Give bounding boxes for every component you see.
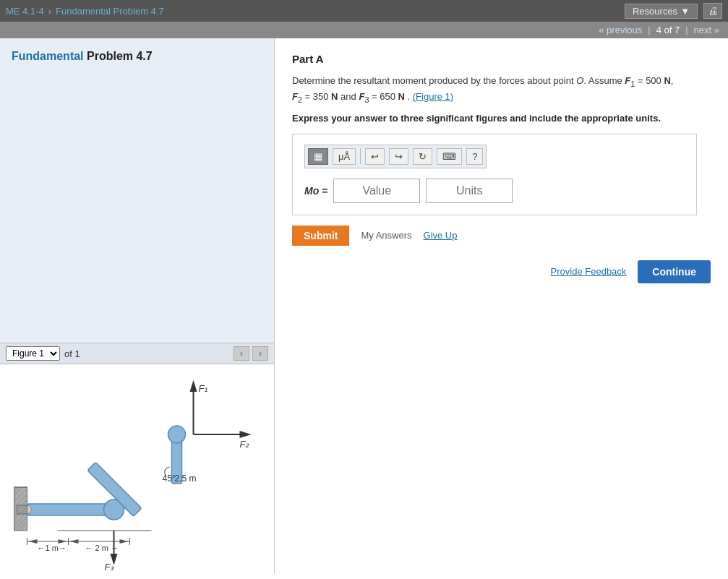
express-answer-label: Express your answer to three significant… <box>292 113 711 124</box>
input-row: Mo = <box>304 179 685 203</box>
svg-text:2.5 m: 2.5 m <box>175 473 197 484</box>
units-input[interactable] <box>426 179 513 203</box>
svg-text:F₂: F₂ <box>240 439 250 450</box>
bottom-actions: Provide Feedback Continue <box>292 260 711 283</box>
resources-button[interactable]: Resources ▼ <box>625 4 698 19</box>
top-navigation: ME 4.1-4 › Fundamental Problem 4.7 Resou… <box>0 0 728 22</box>
problem-title: Fundamental Problem 4.7 <box>0 38 274 70</box>
top-right-controls: Resources ▼ 🖨 <box>625 3 722 19</box>
toolbar-mu-button[interactable]: μÅ <box>333 148 356 165</box>
redo-icon: ↪ <box>395 151 403 162</box>
figure-panel: Figure 1 of 1 ‹ › <box>0 343 274 574</box>
mo-label: Mo = <box>304 185 327 197</box>
left-panel: Fundamental Problem 4.7 Figure 1 of 1 ‹ … <box>0 38 275 574</box>
breadcrumb-sep: › <box>48 6 51 17</box>
figure-area: O F₁ <box>0 364 274 574</box>
help-icon: ? <box>472 151 477 162</box>
svg-text:F₃: F₃ <box>105 562 115 572</box>
svg-text:←1 m→: ←1 m→ <box>38 544 67 552</box>
undo-icon: ↩ <box>371 151 379 162</box>
print-icon: 🖨 <box>708 5 718 17</box>
svg-text:←  2 m  →: ← 2 m → <box>85 544 119 552</box>
pagination-bar: « previous | 4 of 7 | next » <box>0 22 728 38</box>
my-answers-link[interactable]: My Answers <box>361 230 411 241</box>
figure-nav-group: ‹ › <box>234 346 268 361</box>
keyboard-icon: ⌨ <box>442 151 456 162</box>
toolbar-keyboard-button[interactable]: ⌨ <box>437 148 462 165</box>
breadcrumb-link[interactable]: ME 4.1-4 <box>6 6 44 17</box>
divider1: | <box>648 25 650 35</box>
part-label: Part A <box>292 53 711 65</box>
toolbar-redo-button[interactable]: ↪ <box>389 148 408 165</box>
title-blue: Fundamental <box>12 50 84 62</box>
next-link[interactable]: next » <box>694 25 719 35</box>
figure-toolbar: Figure 1 of 1 ‹ › <box>0 343 274 364</box>
mu-icon: μÅ <box>338 151 350 162</box>
svg-point-17 <box>168 426 186 443</box>
grid-icon: ▦ <box>314 151 322 162</box>
print-button[interactable]: 🖨 <box>703 3 722 19</box>
breadcrumb: ME 4.1-4 › Fundamental Problem 4.7 <box>6 6 164 17</box>
toolbar-refresh-button[interactable]: ↻ <box>413 148 432 165</box>
value-input[interactable] <box>333 179 420 203</box>
svg-text:F₁: F₁ <box>199 383 208 394</box>
figure-prev-button[interactable]: ‹ <box>234 346 249 361</box>
page-indicator: 4 of 7 <box>656 25 680 35</box>
problem-description: Determine the resultant moment produced … <box>292 74 711 106</box>
provide-feedback-link[interactable]: Provide Feedback <box>551 266 627 277</box>
toolbar-grid-button[interactable]: ▦ <box>308 148 328 165</box>
answer-toolbar: ▦ μÅ ↩ ↪ ↻ ⌨ ? <box>304 145 487 168</box>
description-line1: Determine the resultant moment produced … <box>292 74 711 90</box>
right-panel: Part A Determine the resultant moment pr… <box>275 38 728 574</box>
figure-svg: O F₁ <box>0 364 274 574</box>
action-row: Submit My Answers Give Up <box>292 226 711 246</box>
main-layout: Fundamental Problem 4.7 Figure 1 of 1 ‹ … <box>0 38 728 574</box>
svg-rect-0 <box>7 364 267 574</box>
answer-box: ▦ μÅ ↩ ↪ ↻ ⌨ ? <box>292 134 697 215</box>
breadcrumb-current: Fundamental Problem 4.7 <box>56 6 164 17</box>
give-up-link[interactable]: Give Up <box>424 230 458 241</box>
toolbar-separator <box>360 148 361 164</box>
figure-select[interactable]: Figure 1 <box>6 346 60 361</box>
title-suffix: Problem 4.7 <box>84 50 153 62</box>
figure-link[interactable]: (Figure 1) <box>413 91 453 102</box>
toolbar-help-button[interactable]: ? <box>466 148 483 165</box>
svg-rect-13 <box>27 504 114 515</box>
description-line2: F2 = 350 N and F3 = 650 N . (Figure 1) <box>292 90 711 106</box>
svg-text:45°: 45° <box>163 473 176 484</box>
refresh-icon: ↻ <box>419 151 427 162</box>
continue-button[interactable]: Continue <box>638 260 711 283</box>
previous-link[interactable]: « previous <box>599 25 642 35</box>
divider2: | <box>685 25 688 35</box>
svg-rect-43 <box>17 505 27 514</box>
figure-of: of 1 <box>64 348 80 359</box>
submit-button[interactable]: Submit <box>292 226 349 246</box>
toolbar-undo-button[interactable]: ↩ <box>365 148 385 165</box>
figure-next-button[interactable]: › <box>252 346 268 361</box>
